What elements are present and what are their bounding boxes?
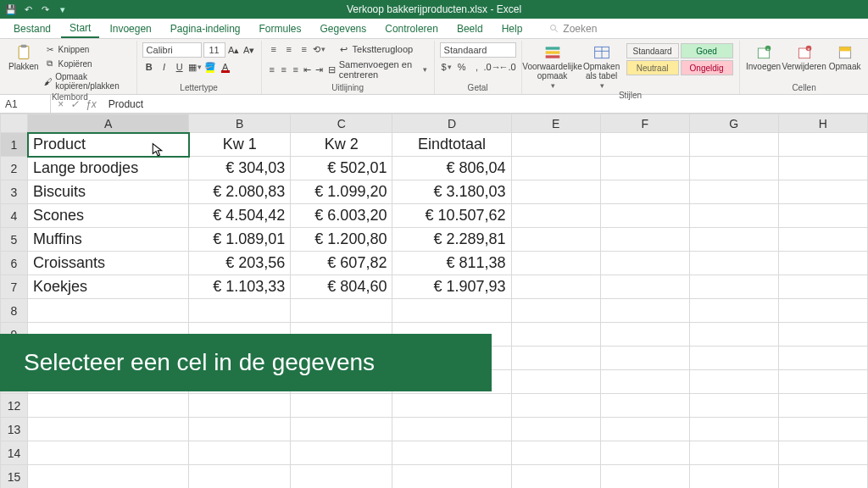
cell[interactable]: € 10.507,62 [392,204,511,228]
cut-button[interactable]: ✂Knippen [42,42,131,56]
cell[interactable] [778,418,867,441]
tab-bestand[interactable]: Bestand [5,20,59,37]
accounting-format-icon[interactable]: $▾ [440,60,453,74]
cell[interactable] [600,252,689,275]
row-header-7[interactable]: 7 [1,275,28,299]
comma-format-icon[interactable]: , [470,60,484,74]
cell[interactable] [511,347,600,370]
decrease-indent-icon[interactable]: ⇤ [303,63,313,76]
cell[interactable]: € 804,60 [291,275,392,299]
cell[interactable] [28,465,189,489]
cell[interactable]: Lange broodjes [28,157,189,180]
insert-cells-button[interactable]: +Invoegen [745,42,782,72]
delete-cells-button[interactable]: ×Verwijderen [786,42,823,72]
undo-icon[interactable]: ↶ [22,3,34,15]
cell[interactable] [600,299,689,323]
cell[interactable] [778,394,867,418]
cell[interactable]: € 607,82 [291,252,392,275]
conditional-formatting-button[interactable]: Voorwaardelijke opmaak▾ [527,42,578,90]
save-icon[interactable]: 💾 [5,3,17,15]
cell[interactable] [189,394,291,418]
cell[interactable] [689,204,778,228]
align-center-icon[interactable]: ≡ [279,63,289,76]
fill-color-button[interactable]: 🪣 [203,60,217,74]
tab-controleren[interactable]: Controleren [376,20,447,37]
percent-format-icon[interactable]: % [455,60,469,74]
cell[interactable] [600,323,689,347]
cell[interactable] [511,252,600,275]
redo-icon[interactable]: ↷ [39,3,51,15]
bold-button[interactable]: B [142,60,156,74]
cell[interactable] [600,465,689,489]
row-header-2[interactable]: 2 [1,157,28,180]
row-header-4[interactable]: 4 [1,204,28,228]
cell[interactable]: Product [28,133,189,157]
cell[interactable] [778,133,867,157]
row-header-6[interactable]: 6 [1,252,28,275]
increase-indent-icon[interactable]: ⇥ [314,63,325,76]
cell[interactable] [291,465,392,489]
border-button[interactable]: ▦▾ [188,60,202,74]
number-format-select[interactable]: Standaard [440,42,516,58]
cell[interactable] [291,441,392,465]
cell[interactable] [778,275,867,299]
cell[interactable] [600,180,689,204]
cell[interactable] [189,299,291,323]
select-all-corner[interactable] [1,114,28,133]
row-header-14[interactable]: 14 [1,441,28,465]
cell[interactable] [778,465,867,489]
cell[interactable] [511,323,600,347]
align-left-icon[interactable]: ≡ [267,63,277,76]
cell[interactable]: € 304,03 [189,157,291,180]
cell[interactable] [600,204,689,228]
cell[interactable]: Koekjes [28,275,189,299]
cell[interactable] [600,228,689,252]
align-top-icon[interactable]: ≡ [267,42,281,56]
col-header-G[interactable]: G [689,114,778,133]
decrease-font-icon[interactable]: A▾ [242,43,256,57]
tab-help[interactable]: Help [493,20,531,37]
cell[interactable] [392,299,511,323]
col-header-A[interactable]: A [28,114,189,133]
tab-beeld[interactable]: Beeld [448,20,492,37]
cell[interactable] [28,441,189,465]
cell[interactable] [392,394,511,418]
col-header-E[interactable]: E [511,114,600,133]
row-header-12[interactable]: 12 [1,394,28,418]
copy-button[interactable]: ⧉Kopiëren [42,57,131,70]
cell[interactable] [689,133,778,157]
cell[interactable] [778,228,867,252]
cell[interactable]: € 3.180,03 [392,180,511,204]
cell[interactable] [28,418,189,441]
cell[interactable] [28,299,189,323]
cell-style-standaard[interactable]: Standaard [626,43,679,58]
cell[interactable] [291,418,392,441]
cell[interactable]: Kw 2 [291,133,392,157]
format-painter-button[interactable]: 🖌Opmaak kopiëren/plakken [42,71,131,92]
cell[interactable] [778,323,867,347]
cell[interactable] [511,465,600,489]
col-header-D[interactable]: D [392,114,511,133]
cell[interactable] [511,157,600,180]
font-color-button[interactable]: A [219,60,232,74]
cell[interactable]: € 2.080,83 [189,180,291,204]
cell[interactable] [189,418,291,441]
row-header-3[interactable]: 3 [1,180,28,204]
cell-style-ongeldig[interactable]: Ongeldig [681,60,733,75]
cell[interactable]: € 1.099,20 [291,180,392,204]
tab-pagina-indeling[interactable]: Pagina-indeling [162,20,249,37]
cell[interactable]: Eindtotaal [392,133,511,157]
cell[interactable] [689,252,778,275]
col-header-F[interactable]: F [600,114,689,133]
cell[interactable] [600,347,689,370]
font-name-select[interactable]: Calibri [142,42,202,58]
cell[interactable] [511,441,600,465]
align-bottom-icon[interactable]: ≡ [298,42,311,56]
cell[interactable]: € 2.289,81 [392,228,511,252]
format-cells-button[interactable]: Opmaak [826,42,864,72]
font-size-select[interactable]: 11 [203,42,225,58]
formula-input[interactable]: Product [103,98,868,110]
cell[interactable] [189,465,291,489]
cell[interactable]: € 811,38 [392,252,511,275]
tab-start[interactable]: Start [61,19,99,38]
